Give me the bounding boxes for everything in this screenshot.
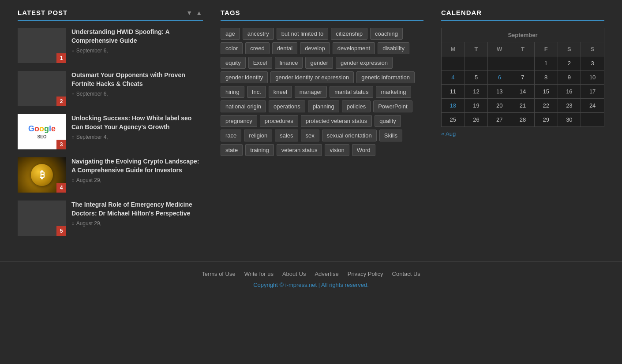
- footer-link[interactable]: i-mpress.net: [285, 282, 317, 288]
- tag-item[interactable]: policies: [342, 100, 371, 112]
- tag-item[interactable]: citizenship: [331, 28, 367, 40]
- tag-item[interactable]: vision: [325, 144, 349, 156]
- tag-item[interactable]: quality: [375, 115, 401, 127]
- tag-item[interactable]: planning: [308, 100, 339, 112]
- post-title[interactable]: Navigating the Evolving Crypto Landscape…: [71, 157, 203, 175]
- tag-item[interactable]: Skills: [379, 130, 402, 141]
- calendar-day: 30: [558, 113, 581, 127]
- tag-item[interactable]: hiring: [221, 86, 244, 98]
- calendar-day[interactable]: 4: [442, 71, 465, 85]
- post-next-arrow[interactable]: ▲: [195, 9, 203, 16]
- calendar-day: 1: [534, 56, 558, 71]
- tag-item[interactable]: Word: [352, 144, 375, 156]
- post-thumbnail: Google SEO 3: [18, 114, 66, 149]
- calendar-day: [465, 56, 488, 71]
- calendar-day: 10: [581, 71, 604, 85]
- tag-item[interactable]: development: [333, 42, 375, 54]
- calendar-day: 22: [534, 99, 558, 113]
- tag-item[interactable]: equity: [221, 57, 246, 69]
- calendar-day: 27: [488, 113, 511, 127]
- calendar-day: [442, 56, 465, 71]
- tag-item[interactable]: veteran status: [277, 144, 322, 156]
- tag-item[interactable]: but not limited to: [277, 28, 328, 40]
- footer-link-item[interactable]: Contact Us: [392, 271, 420, 277]
- post-date-text: August 29,: [76, 177, 101, 183]
- footer-links: Terms of UseWrite for usAbout UsAdvertis…: [18, 271, 604, 277]
- tag-item[interactable]: pregnancy: [221, 115, 257, 127]
- post-info: Outsmart Your Opponents with Proven Fort…: [71, 71, 203, 97]
- tag-item[interactable]: religion: [244, 130, 272, 141]
- post-title[interactable]: Outsmart Your Opponents with Proven Fort…: [71, 71, 203, 88]
- calendar-day: 28: [511, 113, 535, 127]
- tag-item[interactable]: national origin: [221, 100, 266, 112]
- tags-section: TAGS ageancestrybut not limited tocitize…: [221, 9, 423, 244]
- tag-item[interactable]: sexual orientation: [322, 130, 377, 141]
- post-date-text: August 29,: [76, 220, 101, 227]
- calendar-prev-link[interactable]: « Aug: [441, 130, 456, 137]
- post-prev-arrow[interactable]: ▼: [185, 9, 193, 16]
- tag-item[interactable]: protected veteran status: [301, 115, 372, 127]
- footer-link-item[interactable]: Terms of Use: [202, 271, 236, 277]
- post-number: 5: [56, 226, 66, 236]
- tag-item[interactable]: finance: [275, 57, 303, 69]
- calendar-day: 5: [465, 71, 488, 85]
- tag-item[interactable]: gender identity: [221, 71, 268, 83]
- calendar-day: 12: [465, 85, 488, 99]
- calendar-day: 21: [511, 99, 535, 113]
- calendar-day: 9: [558, 71, 581, 85]
- tag-item[interactable]: training: [245, 144, 274, 156]
- post-title[interactable]: Understanding HWID Spoofing: A Comprehen…: [71, 28, 203, 45]
- tag-item[interactable]: procedures: [260, 115, 298, 127]
- calendar-day: 11: [442, 85, 465, 99]
- tag-item[interactable]: manager: [295, 86, 327, 98]
- calendar-day: 8: [534, 71, 558, 85]
- post-title[interactable]: The Integral Role of Emergency Medicine …: [71, 201, 203, 218]
- tag-item[interactable]: color: [221, 42, 243, 54]
- calendar-day: 16: [558, 85, 581, 99]
- calendar-week-row: 252627282930: [442, 113, 604, 127]
- tag-item[interactable]: coaching: [370, 28, 403, 40]
- calendar-day[interactable]: 18: [442, 99, 465, 113]
- tag-item[interactable]: sex: [301, 130, 319, 141]
- tag-item[interactable]: state: [221, 144, 243, 156]
- tag-item[interactable]: marital status: [330, 86, 373, 98]
- calendar-day: 14: [511, 85, 535, 99]
- calendar-day: [488, 56, 511, 71]
- calendar-day: 24: [581, 99, 604, 113]
- calendar-day: 19: [465, 99, 488, 113]
- tag-item[interactable]: develop: [300, 42, 330, 54]
- post-title[interactable]: Unlocking Success: How White label seo C…: [71, 114, 203, 131]
- tag-item[interactable]: operations: [269, 100, 305, 112]
- tag-item[interactable]: gender expression: [336, 57, 393, 69]
- tag-item[interactable]: disability: [378, 42, 409, 54]
- footer-link-item[interactable]: Privacy Policy: [348, 271, 383, 277]
- calendar-day[interactable]: 6: [488, 71, 511, 85]
- tag-item[interactable]: genetic information: [356, 71, 415, 83]
- calendar-day: 23: [558, 99, 581, 113]
- list-item: 2 Outsmart Your Opponents with Proven Fo…: [18, 71, 203, 106]
- tag-item[interactable]: dental: [272, 42, 297, 54]
- tag-item[interactable]: kneel: [269, 86, 292, 98]
- calendar-day: 26: [465, 113, 488, 127]
- tag-item[interactable]: creed: [245, 42, 270, 54]
- calendar-day-header: T: [465, 42, 488, 56]
- footer-link-item[interactable]: Advertise: [315, 271, 338, 277]
- footer: Terms of UseWrite for usAbout UsAdvertis…: [0, 261, 622, 295]
- tag-item[interactable]: marketing: [376, 86, 411, 98]
- post-info: Understanding HWID Spoofing: A Comprehen…: [71, 28, 203, 54]
- footer-link-item[interactable]: Write for us: [244, 271, 274, 277]
- tag-item[interactable]: PowerPoint: [373, 100, 412, 112]
- calendar-day: 7: [511, 71, 535, 85]
- tag-item[interactable]: gender identity or expression: [270, 71, 354, 83]
- tag-item[interactable]: gender: [305, 57, 333, 69]
- footer-link-item[interactable]: About Us: [282, 271, 306, 277]
- tag-item[interactable]: age: [221, 28, 240, 40]
- tag-item[interactable]: Excel: [248, 57, 272, 69]
- tag-item[interactable]: ancestry: [243, 28, 274, 40]
- tag-item[interactable]: Inc.: [247, 86, 266, 98]
- calendar-day: 20: [488, 99, 511, 113]
- tag-item[interactable]: sales: [275, 130, 298, 141]
- tag-item[interactable]: race: [221, 130, 241, 141]
- clock-icon: ○: [71, 48, 75, 53]
- calendar-day: [511, 56, 535, 71]
